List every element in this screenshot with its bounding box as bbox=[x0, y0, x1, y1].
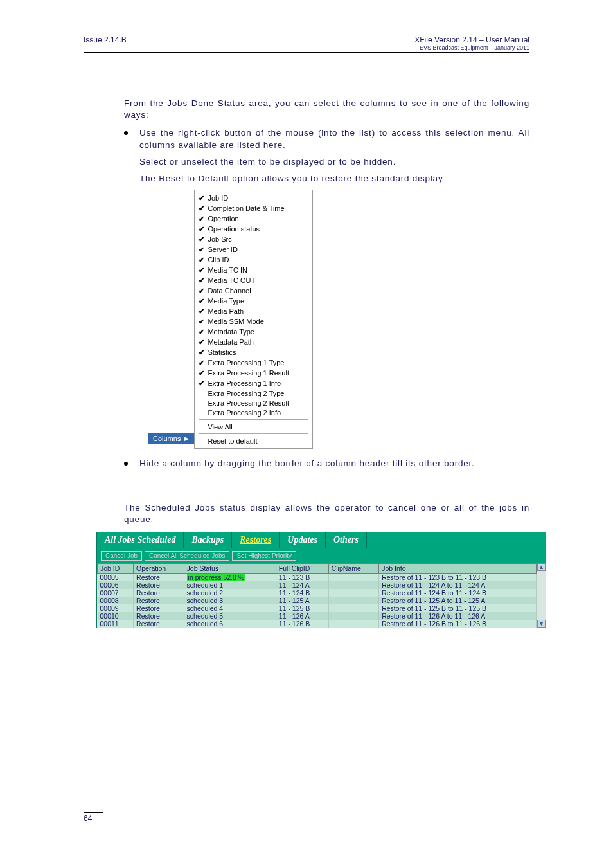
context-menu-screenshot: Columns ▶ ✔Job ID✔Completion Date & Time… bbox=[148, 190, 529, 449]
column-toggle-item[interactable]: ✔Media TC IN bbox=[195, 265, 312, 275]
menu-item-label: Completion Date & Time bbox=[208, 204, 284, 212]
column-toggle-item[interactable]: ✔Media TC OUT bbox=[195, 275, 312, 285]
cancel-all-scheduled-jobs-button[interactable]: Cancel All Scheduled Jobs bbox=[145, 551, 229, 561]
column-toggle-item[interactable]: ✔Data Channel bbox=[195, 285, 312, 296]
table-cell: in progress 52.0 % bbox=[184, 573, 276, 581]
menu-item-label: Extra Processing 1 Result bbox=[208, 369, 289, 377]
tab-restores[interactable]: Restores bbox=[232, 532, 280, 548]
column-toggle-item[interactable]: ✔Clip ID bbox=[195, 255, 312, 265]
checkmark-icon: ✔ bbox=[199, 359, 208, 367]
table-cell: scheduled 5 bbox=[184, 612, 276, 620]
column-toggle-item[interactable]: ✔Completion Date & Time bbox=[195, 203, 312, 213]
column-toggle-item[interactable]: ✔Server ID bbox=[195, 244, 312, 255]
checkmark-icon: ✔ bbox=[199, 328, 208, 336]
menu-item-label: Extra Processing 1 Type bbox=[208, 359, 284, 366]
table-cell bbox=[328, 597, 379, 604]
table-row[interactable]: 00008Restorescheduled 311 - 125 ARestore… bbox=[98, 597, 537, 604]
reset-default-item[interactable]: Reset to default bbox=[195, 436, 312, 446]
columns-submenu: ✔Job ID✔Completion Date & Time✔Operation… bbox=[194, 190, 313, 449]
table-cell bbox=[328, 620, 379, 628]
table-cell: 00007 bbox=[98, 589, 134, 597]
tab-others[interactable]: Others bbox=[326, 532, 367, 548]
scroll-down-icon[interactable]: ▼ bbox=[537, 620, 546, 628]
tab-backups[interactable]: Backups bbox=[184, 532, 232, 548]
table-cell: Restore of 11 - 124 A to 11 - 124 A bbox=[379, 581, 537, 589]
column-header[interactable]: ClipName bbox=[328, 563, 379, 573]
table-row[interactable]: 00005Restorein progress 52.0 %11 - 123 B… bbox=[98, 573, 537, 581]
checkmark-icon: ✔ bbox=[199, 348, 208, 357]
scroll-up-icon[interactable]: ▲ bbox=[537, 563, 546, 571]
column-toggle-item[interactable]: ✔Extra Processing 1 Type bbox=[195, 357, 312, 368]
column-toggle-item[interactable]: Extra Processing 2 Result bbox=[195, 398, 312, 408]
column-header[interactable]: Full ClipID bbox=[276, 563, 328, 573]
table-row[interactable]: 00009Restorescheduled 411 - 125 BRestore… bbox=[98, 604, 537, 612]
tabs-bar: All Jobs ScheduledBackupsRestoresUpdates… bbox=[97, 532, 546, 548]
column-toggle-item[interactable]: ✔Media Path bbox=[195, 306, 312, 316]
table-cell bbox=[328, 604, 379, 612]
column-toggle-item[interactable]: ✔Job ID bbox=[195, 193, 312, 203]
column-toggle-item[interactable]: ✔Extra Processing 1 Info bbox=[195, 378, 312, 388]
table-row[interactable]: 00007Restorescheduled 211 - 124 BRestore… bbox=[98, 589, 537, 597]
checkmark-icon: ✔ bbox=[199, 215, 208, 223]
column-toggle-item[interactable]: ✔Media Type bbox=[195, 296, 312, 306]
column-toggle-item[interactable]: ✔Job Src bbox=[195, 234, 312, 244]
scrollbar[interactable]: ▲ ▼ bbox=[537, 563, 546, 628]
table-cell: 00011 bbox=[98, 620, 134, 628]
tab-updates[interactable]: Updates bbox=[280, 532, 326, 548]
menu-item-label: Extra Processing 2 Result bbox=[208, 399, 289, 407]
checkmark-icon: ✔ bbox=[199, 297, 208, 305]
cancel-job-button[interactable]: Cancel Job bbox=[101, 551, 142, 561]
table-cell bbox=[328, 573, 379, 581]
column-toggle-item[interactable]: ✔Media SSM Mode bbox=[195, 316, 312, 327]
menu-item-label: Server ID bbox=[208, 246, 237, 253]
table-cell: Restore bbox=[134, 620, 184, 628]
bullet-icon bbox=[124, 462, 128, 466]
chevron-right-icon: ▶ bbox=[184, 435, 189, 442]
menu-item-label: Operation bbox=[208, 215, 238, 222]
table-cell: Restore of 11 - 126 B to 11 - 126 B bbox=[379, 620, 537, 628]
table-cell: Restore bbox=[134, 612, 184, 620]
column-toggle-item[interactable]: ✔Operation status bbox=[195, 224, 312, 234]
table-cell: Restore bbox=[134, 604, 184, 612]
table-row[interactable]: 00011Restorescheduled 611 - 126 BRestore… bbox=[98, 620, 537, 628]
scheduled-jobs-screenshot: All Jobs ScheduledBackupsRestoresUpdates… bbox=[96, 532, 546, 628]
table-row[interactable]: 00006Restorescheduled 111 - 124 ARestore… bbox=[98, 581, 537, 589]
checkmark-icon: ✔ bbox=[199, 256, 208, 264]
set-highest-priority-button[interactable]: Set Highest Priority bbox=[232, 551, 296, 561]
table-cell: scheduled 6 bbox=[184, 620, 276, 628]
menu-item-label: Extra Processing 2 Type bbox=[208, 390, 284, 397]
bullet2-text: Hide a column by dragging the border of … bbox=[139, 458, 529, 469]
table-cell: Restore of 11 - 126 A to 11 - 126 A bbox=[379, 612, 537, 620]
issue-label: Issue 2.14.B bbox=[84, 35, 127, 44]
doc-title: XFile Version 2.14 – User Manual bbox=[414, 35, 529, 44]
column-toggle-item[interactable]: ✔Metadata Type bbox=[195, 327, 312, 337]
menu-item-label: Operation status bbox=[208, 225, 260, 233]
column-header[interactable]: Operation bbox=[134, 563, 184, 573]
checkmark-icon: ✔ bbox=[199, 276, 208, 285]
column-header[interactable]: Job ID bbox=[98, 563, 134, 573]
column-header[interactable]: Job Info bbox=[379, 563, 537, 573]
checkmark-icon: ✔ bbox=[199, 246, 208, 254]
table-cell: scheduled 2 bbox=[184, 589, 276, 597]
column-toggle-item[interactable]: ✔Statistics bbox=[195, 347, 312, 357]
table-cell bbox=[328, 589, 379, 597]
column-toggle-item[interactable]: ✔Operation bbox=[195, 213, 312, 224]
table-cell: Restore bbox=[134, 589, 184, 597]
column-toggle-item[interactable]: Extra Processing 2 Info bbox=[195, 408, 312, 417]
tab-all-jobs-scheduled[interactable]: All Jobs Scheduled bbox=[97, 532, 184, 548]
columns-menu-root[interactable]: Columns ▶ bbox=[148, 433, 194, 444]
menu-item-label: Extra Processing 1 Info bbox=[208, 379, 281, 387]
column-header[interactable]: Job Status bbox=[184, 563, 276, 573]
checkmark-icon: ✔ bbox=[199, 307, 208, 316]
table-cell: 11 - 125 A bbox=[276, 597, 328, 604]
table-cell: 00010 bbox=[98, 612, 134, 620]
table-row[interactable]: 00010Restorescheduled 511 - 126 ARestore… bbox=[98, 612, 537, 620]
column-toggle-item[interactable]: Extra Processing 2 Type bbox=[195, 388, 312, 398]
column-toggle-item[interactable]: ✔Extra Processing 1 Result bbox=[195, 368, 312, 378]
checkmark-icon: ✔ bbox=[199, 225, 208, 233]
table-cell: Restore bbox=[134, 597, 184, 604]
checkmark-icon: ✔ bbox=[199, 287, 208, 295]
table-cell: 11 - 124 A bbox=[276, 581, 328, 589]
column-toggle-item[interactable]: ✔Metadata Path bbox=[195, 337, 312, 347]
view-all-item[interactable]: View All bbox=[195, 422, 312, 431]
